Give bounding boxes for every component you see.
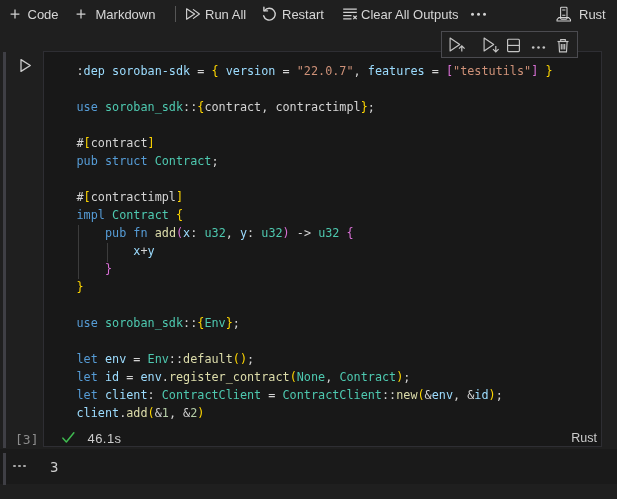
- code-line: #[contract]: [77, 134, 553, 152]
- code-token: }: [77, 280, 84, 294]
- code-token: pub: [105, 226, 126, 240]
- code-token: None: [297, 370, 325, 384]
- code-token: ->: [290, 226, 318, 240]
- run-cell-play-icon[interactable]: [18, 57, 33, 74]
- code-token: [105, 64, 112, 78]
- code-token: :: [148, 388, 162, 402]
- run-all-icon: [184, 6, 200, 22]
- code-token: ContractClient: [162, 388, 261, 402]
- code-line: }: [77, 260, 553, 278]
- output-focus-bar[interactable]: [3, 453, 6, 485]
- code-token: soroban-sdk: [112, 64, 190, 78]
- cell-editor[interactable]: :dep soroban-sdk = { version = "22.0.7",…: [43, 51, 602, 447]
- cell-more-actions-icon[interactable]: [531, 39, 546, 56]
- code-line: [77, 332, 553, 350]
- code-token: ::: [169, 352, 183, 366]
- code-line: [77, 296, 553, 314]
- run-all-button[interactable]: Run All: [184, 0, 246, 28]
- code-token: ::: [382, 388, 396, 402]
- execution-count: [3]: [15, 432, 38, 447]
- code-line: [77, 116, 553, 134]
- code-token: [339, 226, 346, 240]
- code-token: ;: [233, 316, 240, 330]
- cell-focus-bar[interactable]: [3, 52, 6, 448]
- code-line: [77, 170, 553, 188]
- code-token: client: [77, 406, 120, 420]
- code-token: pub: [77, 154, 98, 168]
- code-token: let: [77, 370, 98, 384]
- indent-guide: [78, 225, 79, 279]
- code-token: [98, 316, 105, 330]
- code-token: Contract: [112, 208, 169, 222]
- code-token: id: [474, 388, 488, 402]
- restart-button[interactable]: Restart: [261, 0, 324, 28]
- code-token: [77, 226, 105, 240]
- code-token: +: [140, 244, 147, 258]
- code-line: [77, 80, 553, 98]
- code-token: .: [162, 370, 169, 384]
- execute-below-icon[interactable]: [482, 36, 500, 53]
- code-token: ): [489, 388, 496, 402]
- code-token: [98, 388, 105, 402]
- code-token: ;: [368, 100, 375, 114]
- code-token: env: [105, 352, 126, 366]
- code-token: Env: [204, 316, 225, 330]
- code-line: client.add(&1, &2): [77, 404, 553, 422]
- code-line: let id = env.register_contract(None, Con…: [77, 368, 553, 386]
- code-token: env: [140, 370, 161, 384]
- code-token: [148, 154, 155, 168]
- clear-all-outputs-icon: [342, 6, 358, 22]
- code-token: ;: [211, 154, 218, 168]
- code-token: soroban_sdk: [105, 100, 183, 114]
- delete-cell-icon[interactable]: [556, 37, 570, 54]
- execution-time: 46.1s: [88, 431, 122, 446]
- output-value: 3: [50, 459, 58, 475]
- code-token: version: [226, 64, 276, 78]
- code-token: =: [190, 64, 211, 78]
- code-token: &: [155, 406, 162, 420]
- code-token: ,: [226, 226, 240, 240]
- code-token: y: [240, 226, 247, 240]
- restart-label: Restart: [282, 7, 324, 22]
- add-markdown-cell-button[interactable]: Markdown: [73, 0, 155, 28]
- split-cell-icon[interactable]: [506, 37, 521, 54]
- code-token: #: [77, 190, 84, 204]
- code-token: ::: [183, 100, 197, 114]
- code-token: (: [148, 406, 155, 420]
- code-token: register_contract: [169, 370, 290, 384]
- code-token: [98, 154, 105, 168]
- code-token: ::: [183, 316, 197, 330]
- toolbar-separator: [175, 6, 176, 22]
- code-line: impl Contract {: [77, 206, 553, 224]
- kernel-picker-button[interactable]: Rust: [555, 0, 606, 28]
- code-line: let client: ContractClient = ContractCli…: [77, 386, 553, 404]
- code-token: u32: [318, 226, 339, 240]
- code-token: u32: [204, 226, 225, 240]
- cell-language-picker[interactable]: Rust: [571, 431, 597, 445]
- code-token: #: [77, 136, 84, 150]
- code-token: [: [84, 136, 91, 150]
- toolbar-more-actions-button[interactable]: [470, 0, 486, 28]
- plus-icon: [73, 6, 89, 22]
- ellipsis-dot: [13, 465, 15, 467]
- clear-all-outputs-label: Clear All Outputs: [361, 7, 459, 22]
- code-token: struct: [105, 154, 148, 168]
- server-environment-icon: [555, 6, 572, 22]
- code-area[interactable]: :dep soroban-sdk = { version = "22.0.7",…: [77, 62, 553, 422]
- code-token: {: [176, 208, 183, 222]
- code-token: {: [347, 226, 354, 240]
- code-token: ,: [354, 64, 368, 78]
- execute-above-icon[interactable]: [448, 36, 466, 53]
- code-token: dep: [84, 64, 105, 78]
- code-token: ;: [247, 352, 254, 366]
- cell-status-bar: 46.1s Rust: [44, 426, 601, 446]
- add-code-label: Code: [28, 7, 59, 22]
- code-line: use soroban_sdk::{contract, contractimpl…: [77, 98, 553, 116]
- code-token: 1: [162, 406, 169, 420]
- add-code-cell-button[interactable]: Code: [7, 0, 59, 28]
- code-token: (: [290, 370, 297, 384]
- code-token: add: [126, 406, 147, 420]
- clear-all-outputs-button[interactable]: Clear All Outputs: [342, 0, 459, 28]
- code-token: ;: [403, 370, 410, 384]
- code-token: let: [77, 388, 98, 402]
